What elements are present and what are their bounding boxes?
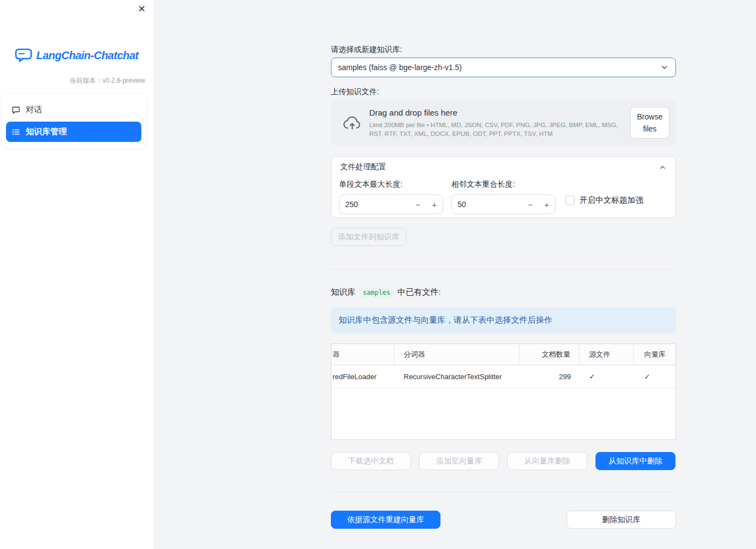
checkbox-icon[interactable]	[565, 196, 575, 205]
sidebar-item-dialogue[interactable]: 对话	[6, 100, 141, 120]
divider	[331, 491, 676, 492]
cell-doc-count: 299	[519, 365, 580, 388]
expander-title: 文件处理配置	[340, 162, 386, 172]
chunk-size-input[interactable]: 250 − +	[339, 195, 443, 214]
expander-header[interactable]: 文件处理配置	[331, 157, 675, 178]
upload-cloud-icon	[342, 115, 363, 131]
file-limit-text: Limit 200MB per file • HTML, MD, JSON, C…	[369, 121, 630, 138]
table-header-row: 器 分词器 文档数量 源文件 向量库	[331, 344, 675, 365]
file-config-expander: 文件处理配置 单段文本最大长度: 250 − + 相邻文本重合长度: 50 − …	[331, 156, 676, 218]
col-vector-header[interactable]: 向量库	[634, 344, 675, 365]
logo-chat-icon	[15, 48, 32, 62]
existing-files-heading: 知识库 samples 中已有文件:	[331, 287, 676, 298]
main-content: 请选择或新建知识库: samples (faiss @ bge-large-zh…	[331, 0, 676, 549]
decrement-button[interactable]: −	[522, 200, 539, 209]
overlap-size-label: 相邻文本重合长度:	[451, 180, 555, 190]
add-files-row: 添加文件到知识库	[331, 228, 676, 246]
add-to-vector-button[interactable]: 添加至向量库	[419, 452, 499, 470]
nav-menu: 对话 知识库管理	[2, 94, 146, 148]
chat-icon	[12, 106, 20, 115]
app-logo: LangChain-Chatchat	[0, 48, 153, 62]
logo-text: LangChain-Chatchat	[36, 49, 139, 62]
sidebar-item-knowledge-base[interactable]: 知识库管理	[6, 122, 141, 142]
delete-kb-button[interactable]: 删除知识库	[566, 511, 676, 529]
overlap-size-input[interactable]: 50 − +	[451, 195, 555, 214]
cell-splitter: RecursiveCharacterTextSplitter	[394, 365, 519, 388]
rebuild-vector-store-button[interactable]: 依据源文件重建向量库	[331, 511, 440, 529]
list-icon	[12, 128, 20, 136]
col-source-header[interactable]: 源文件	[580, 344, 634, 365]
chevron-down-icon	[660, 63, 669, 72]
col-doc-count-header[interactable]: 文档数量	[519, 344, 580, 365]
col-splitter-header[interactable]: 分词器	[394, 344, 519, 365]
cell-source-check: ✓	[580, 365, 634, 388]
browse-files-button[interactable]: Browse files	[630, 107, 669, 139]
version-label: 当前版本：v0.2.6-preview	[70, 76, 145, 85]
delete-from-kb-button[interactable]: 从知识库中删除	[595, 452, 675, 470]
kb-action-buttons: 依据源文件重建向量库 删除知识库	[331, 511, 676, 529]
kb-select-value: samples (faiss @ bge-large-zh-v1.5)	[338, 63, 660, 72]
upload-label: 上传知识文件:	[331, 87, 676, 97]
increment-button[interactable]: +	[539, 200, 555, 209]
drag-drop-text: Drag and drop files here	[369, 108, 630, 117]
dropzone-instructions: Drag and drop files here Limit 200MB per…	[369, 108, 630, 138]
info-text: 知识库中包含源文件与向量库，请从下表中选择文件后操作	[339, 315, 552, 325]
cell-vector-check: ✓	[634, 365, 675, 388]
delete-from-vector-button[interactable]: 从向量库删除	[507, 452, 587, 470]
chevron-up-icon	[658, 163, 667, 171]
col-loader-header[interactable]: 器	[331, 344, 394, 365]
kb-name-code: samples	[359, 288, 394, 298]
table-row[interactable]: redFileLoader RecursiveCharacterTextSpli…	[331, 365, 675, 388]
files-table[interactable]: 器 分词器 文档数量 源文件 向量库 redFileLoader Recursi…	[331, 344, 676, 440]
overlap-size-value[interactable]: 50	[452, 200, 522, 209]
file-action-buttons: 下载选中文档 添加至向量库 从向量库删除 从知识库中删除	[331, 452, 676, 470]
overlap-size-field: 相邻文本重合长度: 50 − +	[451, 180, 555, 214]
menu-item-label: 知识库管理	[26, 127, 67, 137]
heading-prefix: 知识库	[331, 287, 356, 298]
increment-button[interactable]: +	[426, 200, 443, 209]
info-banner: 知识库中包含源文件与向量库，请从下表中选择文件后操作	[331, 307, 676, 333]
decrement-button[interactable]: −	[410, 200, 426, 209]
cell-loader: redFileLoader	[331, 365, 394, 388]
file-dropzone[interactable]: Drag and drop files here Limit 200MB per…	[331, 100, 676, 145]
chunk-size-label: 单段文本最大长度:	[339, 180, 443, 190]
divider	[331, 269, 676, 270]
zh-title-enhance-checkbox[interactable]: 开启中文标题加强	[565, 195, 643, 205]
download-selected-button[interactable]: 下载选中文档	[331, 452, 411, 470]
chunk-size-value[interactable]: 250	[340, 200, 410, 209]
chunk-size-field: 单段文本最大长度: 250 − +	[339, 180, 443, 214]
kb-select-label: 请选择或新建知识库:	[331, 45, 676, 55]
kb-select[interactable]: samples (faiss @ bge-large-zh-v1.5)	[331, 58, 676, 77]
sidebar: ✕ LangChain-Chatchat 当前版本：v0.2.6-preview…	[0, 0, 153, 549]
menu-item-label: 对话	[26, 105, 42, 115]
sidebar-close-icon[interactable]: ✕	[138, 4, 146, 14]
heading-suffix: 中已有文件:	[398, 287, 441, 298]
checkbox-label: 开启中文标题加强	[580, 195, 643, 205]
add-files-button[interactable]: 添加文件到知识库	[331, 228, 406, 246]
